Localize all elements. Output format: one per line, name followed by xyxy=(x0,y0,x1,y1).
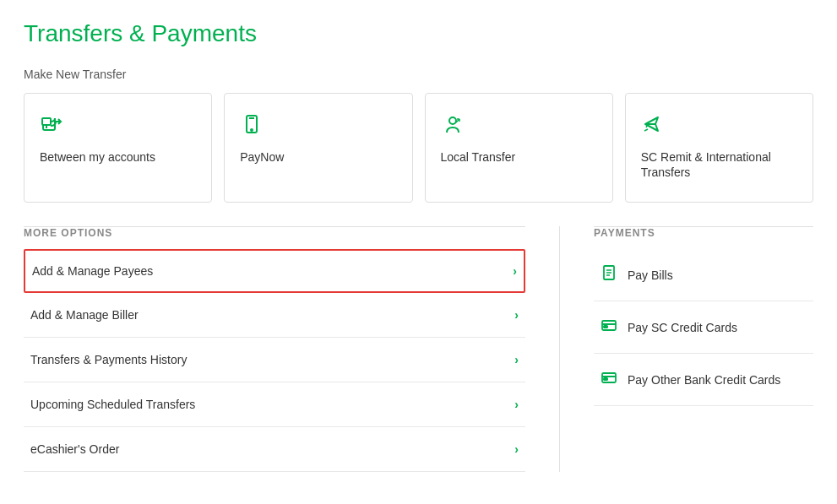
plane-icon xyxy=(641,112,797,139)
card-sc-remit[interactable]: SC Remit & International Transfers xyxy=(625,93,813,203)
other-card-icon xyxy=(601,369,617,390)
payment-item-pay-sc-credit-cards[interactable]: Pay SC Credit Cards xyxy=(594,301,813,354)
right-panel: PAYMENTS Pay Bills xyxy=(594,226,813,472)
chevron-icon-0: › xyxy=(513,264,517,278)
person-icon xyxy=(441,112,597,139)
card-sc-remit-label: SC Remit & International Transfers xyxy=(641,149,797,180)
chevron-icon-3: › xyxy=(514,398,519,411)
transfer-cards-row: Between my accounts PayNow xyxy=(24,93,813,203)
list-item-ecashiers-order[interactable]: eCashier's Order › xyxy=(24,427,525,472)
chevron-icon-2: › xyxy=(514,353,519,366)
transfers-history-text: Transfers & Payments History xyxy=(30,353,187,366)
more-options-label: MORE OPTIONS xyxy=(24,227,525,239)
page-container: Transfers & Payments Make New Transfer B… xyxy=(0,0,837,492)
make-transfer-label: Make New Transfer xyxy=(24,68,813,81)
card-local-transfer[interactable]: Local Transfer xyxy=(425,93,613,203)
svg-point-4 xyxy=(449,117,456,124)
list-item-add-manage-payees[interactable]: Add & Manage Payees › xyxy=(24,249,525,293)
payment-item-pay-other-bank-credit-cards[interactable]: Pay Other Bank Credit Cards xyxy=(594,354,813,406)
chevron-icon-4: › xyxy=(514,442,519,456)
chevron-icon-1: › xyxy=(514,308,519,322)
add-manage-biller-text: Add & Manage Biller xyxy=(30,308,139,322)
svg-rect-0 xyxy=(42,118,51,125)
svg-rect-19 xyxy=(604,378,607,380)
upcoming-scheduled-text: Upcoming Scheduled Transfers xyxy=(30,398,195,411)
svg-rect-16 xyxy=(604,326,607,328)
card-paynow-label: PayNow xyxy=(240,149,396,165)
pay-sc-credit-cards-text: Pay SC Credit Cards xyxy=(628,321,737,334)
phone-icon xyxy=(240,112,396,139)
vertical-divider xyxy=(559,226,560,472)
card-paynow[interactable]: PayNow xyxy=(224,93,412,203)
payments-label: PAYMENTS xyxy=(594,227,813,239)
add-manage-payees-text: Add & Manage Payees xyxy=(32,264,153,278)
card-local-transfer-label: Local Transfer xyxy=(441,149,597,165)
payment-item-pay-bills[interactable]: Pay Bills xyxy=(594,249,813,301)
card-between-accounts-label: Between my accounts xyxy=(40,149,196,165)
card-between-accounts[interactable]: Between my accounts xyxy=(24,93,212,203)
page-title: Transfers & Payments xyxy=(24,20,813,47)
bill-icon xyxy=(601,264,617,285)
sc-card-icon xyxy=(601,317,617,338)
list-item-transfers-history[interactable]: Transfers & Payments History › xyxy=(24,338,525,382)
pay-bills-text: Pay Bills xyxy=(628,268,673,282)
ecashiers-order-text: eCashier's Order xyxy=(30,442,119,456)
accounts-icon xyxy=(40,112,196,139)
left-panel: MORE OPTIONS Add & Manage Payees › Add &… xyxy=(24,226,525,472)
pay-other-bank-credit-cards-text: Pay Other Bank Credit Cards xyxy=(628,373,780,387)
main-content: MORE OPTIONS Add & Manage Payees › Add &… xyxy=(24,226,813,472)
list-item-add-manage-biller[interactable]: Add & Manage Biller › xyxy=(24,293,525,338)
list-item-upcoming-scheduled[interactable]: Upcoming Scheduled Transfers › xyxy=(24,382,525,427)
svg-point-2 xyxy=(251,129,253,131)
